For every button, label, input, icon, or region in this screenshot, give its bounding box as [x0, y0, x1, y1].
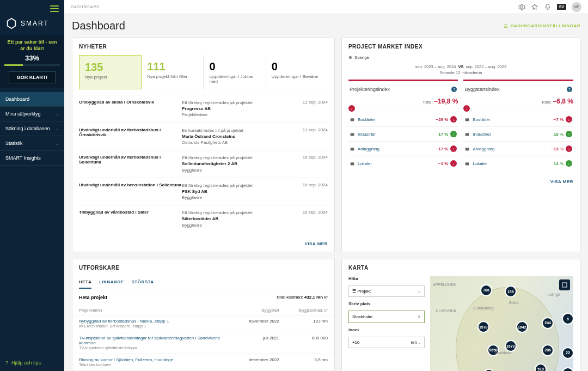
svg-rect-3: [351, 162, 354, 165]
visa-mer-link[interactable]: VISA MER: [550, 179, 573, 184]
map-pin[interactable]: 156: [505, 285, 517, 297]
explore-tab[interactable]: STÖRSTA: [132, 276, 154, 289]
stat-tile[interactable]: 0Uppdateringar i Jobbar med: [204, 55, 266, 89]
chevron-down-icon: ⌵: [56, 126, 59, 131]
map-pin[interactable]: 1673: [505, 340, 517, 352]
hitta-label: Hitta: [348, 276, 425, 281]
dashboard-settings-link[interactable]: DASHBOARDINSTÄLLNINGAR: [503, 23, 580, 29]
complete-button[interactable]: GÖR KLART!: [9, 71, 56, 83]
index-column: Projekteringsindex?Total: −19,8 %↓: [348, 80, 458, 112]
category-row[interactable]: Industrier17 %↑: [348, 126, 458, 141]
category-row[interactable]: Lokaler−1 %↓: [348, 156, 458, 171]
sidebar-item[interactable]: Mina säljverktyg⌵: [0, 107, 64, 121]
pmi-title: PROJECT MARKET INDEX: [342, 38, 580, 55]
table-row[interactable]: Rivning av kontor i Sjödalen, Fullersta,…: [72, 354, 334, 370]
chevron-down-icon: ⌵: [418, 289, 421, 294]
map-pin[interactable]: 206: [542, 344, 554, 356]
map-label: APPELVIKEN: [433, 283, 456, 287]
building-icon: [350, 161, 355, 166]
hitta-select[interactable]: ☰ Projekt ⌵: [348, 285, 425, 297]
svg-rect-7: [465, 162, 469, 165]
map-pin[interactable]: 244: [542, 317, 554, 329]
map[interactable]: 7861561578104224469650167320622171114875…: [430, 276, 573, 371]
stat-tile[interactable]: 111Nya projekt från filter: [142, 55, 204, 89]
info-icon[interactable]: ?: [567, 87, 572, 92]
chevron-down-icon: ⌵: [56, 141, 59, 146]
stat-tile[interactable]: 0Uppdateringar i Bevakar: [266, 55, 328, 89]
map-label: Lidingö: [548, 293, 560, 296]
chevron-down-icon: ⌵: [418, 340, 421, 345]
factory-icon: [464, 131, 470, 137]
category-row[interactable]: Lokaler14 %↑: [463, 156, 573, 171]
inom-select[interactable]: +10 km ⌵: [348, 337, 425, 348]
language-badge[interactable]: SV: [557, 4, 566, 10]
road-icon: [350, 146, 355, 151]
visa-mer-link[interactable]: VISA MER: [305, 241, 328, 246]
svg-rect-4: [465, 118, 469, 121]
map-label: Solna: [509, 301, 519, 305]
news-row[interactable]: Utvändigt underhåll av bensinstation i S…: [79, 178, 328, 205]
map-label: ULVSUNDA: [436, 309, 456, 313]
plats-label: Skriv plats: [348, 301, 425, 306]
map-pin[interactable]: 1578: [477, 321, 489, 333]
help-icon: ?: [5, 360, 8, 366]
sidebar-item[interactable]: Sökning i databasen⌵: [0, 121, 64, 136]
road-icon: [464, 146, 470, 151]
karta-title: KARTA: [342, 259, 580, 276]
map-pin[interactable]: 22: [562, 347, 573, 359]
sliders-icon: [503, 23, 509, 29]
sidebar-item[interactable]: SMART Insights: [0, 151, 64, 166]
svg-rect-8: [562, 283, 567, 287]
pmi-period: sep. 2023 – aug. 2024VSsep. 2022 – aug. …: [342, 64, 580, 80]
table-row[interactable]: TV-inspektion av självfallsledningar för…: [72, 332, 334, 354]
table-row[interactable]: Nybyggnad av flerbostadshus i Nacka, eta…: [72, 315, 334, 332]
news-row[interactable]: Utvändigt underhåll av flerbostadshus i …: [79, 150, 328, 178]
svg-rect-2: [351, 148, 354, 150]
explore-total: Total kostnad: 432,1 mn kr: [276, 295, 328, 300]
nyheter-title: NYHETER: [72, 38, 334, 55]
sidebar-item[interactable]: Dashboard: [0, 92, 64, 107]
category-row[interactable]: Anläggning−17 %↓: [348, 141, 458, 156]
map-pin[interactable]: 1042: [516, 321, 528, 333]
explore-subtitle: Heta projekt: [79, 295, 107, 300]
stat-tile[interactable]: 135Nya projekt: [79, 55, 142, 89]
top-bar: DASHBOARD SV MP: [64, 0, 588, 14]
map-pin[interactable]: 786: [480, 284, 492, 296]
explore-card: UTFORSKARE HETALIKNANDESTÖRSTA Heta proj…: [72, 259, 335, 371]
brand-text: SMART: [21, 20, 49, 27]
sidebar-item[interactable]: Statistik⌵: [0, 136, 64, 151]
logo-hexagon-icon: [5, 17, 17, 29]
bell-icon[interactable]: [544, 3, 552, 11]
map-mode-icon[interactable]: [559, 279, 570, 290]
clear-icon[interactable]: ×: [418, 314, 421, 320]
factory-icon: [350, 131, 355, 137]
explore-tab[interactable]: HETA: [79, 276, 91, 289]
explore-tab[interactable]: LIKNANDE: [99, 276, 124, 289]
help-link[interactable]: ? Hjälp och tips: [0, 355, 64, 371]
globe-icon: ⊕: [348, 55, 352, 60]
map-pin[interactable]: 6: [562, 313, 573, 325]
menu-toggle[interactable]: [50, 5, 59, 12]
karta-card: KARTA Hitta ☰ Projekt ⌵ Skriv plats Stoc…: [341, 259, 580, 371]
pin-icon[interactable]: [531, 3, 538, 11]
nyheter-card: NYHETER 135Nya projekt111Nya projekt frå…: [72, 38, 335, 252]
avatar[interactable]: MP: [572, 2, 581, 12]
svg-rect-6: [465, 148, 469, 150]
building-icon: [464, 161, 470, 166]
plats-input[interactable]: Stockholm ×: [348, 311, 425, 323]
banner-title: Ett par saker till - sen är du klar!: [4, 39, 60, 52]
news-row[interactable]: Utvändigt underhåll av flerbostadshus i …: [79, 123, 328, 150]
index-column: Byggstartsindex?Total: −6,8 %↓: [463, 80, 573, 112]
progress-bar: [4, 64, 60, 66]
banner-percent: 33%: [4, 54, 60, 62]
category-row[interactable]: Bostäder−7 %↓: [463, 112, 573, 126]
info-icon[interactable]: ?: [451, 87, 457, 92]
news-row[interactable]: Ombyggnad av skola i ÖrnsköldsvikEtt för…: [79, 95, 328, 123]
onboarding-banner: Ett par saker till - sen är du klar! 33%…: [0, 35, 64, 88]
news-row[interactable]: Tillbyggnad av vårdbostad i SäterEtt för…: [79, 205, 328, 233]
category-row[interactable]: Bostäder−29 %↓: [348, 112, 458, 126]
category-row[interactable]: Industrier16 %↑: [463, 126, 573, 141]
category-row[interactable]: Anläggning−13 %↓: [463, 141, 573, 156]
gear-icon[interactable]: [518, 3, 525, 11]
map-label: Stockholm: [494, 351, 512, 355]
